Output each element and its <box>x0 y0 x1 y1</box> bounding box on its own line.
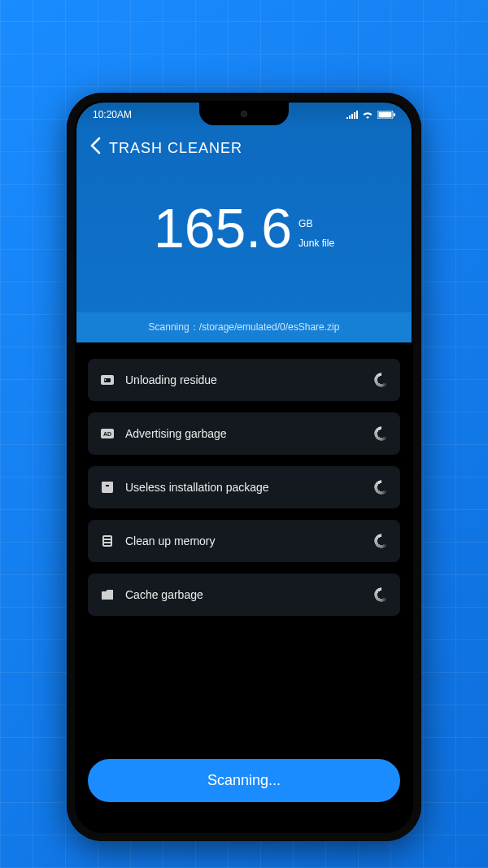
scanning-button-label: Scanning... <box>207 772 281 788</box>
cache-icon <box>99 587 115 603</box>
list-item[interactable]: Useless installation package <box>88 466 400 508</box>
list-item[interactable]: AD Advertising garbage <box>88 412 400 455</box>
scan-prefix: Scanning： <box>149 321 199 333</box>
unload-icon <box>99 372 115 388</box>
package-icon <box>99 479 115 495</box>
svg-text:AD: AD <box>103 431 111 437</box>
list-item-label: Unloading residue <box>125 373 364 386</box>
svg-rect-1 <box>379 112 392 118</box>
header: TRASH CLEANER 165.6 GB Junk file Scannin… <box>76 127 412 342</box>
battery-icon <box>377 111 395 119</box>
notch <box>199 103 289 125</box>
list-item[interactable]: Clean up memory <box>88 520 400 562</box>
list-item-label: Useless installation package <box>125 481 364 494</box>
list-item[interactable]: Cache garbage <box>88 574 400 616</box>
back-button[interactable] <box>89 137 101 159</box>
list-item-label: Advertising garbage <box>125 427 364 440</box>
clock: 10:20AM <box>93 109 132 120</box>
list-item-label: Clean up memory <box>125 534 364 547</box>
list-item-label: Cache garbage <box>125 588 364 601</box>
list-item[interactable]: Unloading residue <box>88 359 400 401</box>
spinner-icon <box>374 480 389 495</box>
junk-size-value: 165.6 <box>154 200 292 255</box>
scan-list: Unloading residue AD Advertising garbage… <box>76 342 412 643</box>
svg-rect-13 <box>104 540 111 542</box>
svg-rect-12 <box>104 537 111 539</box>
svg-rect-14 <box>104 543 111 545</box>
scan-path: /storage/emulated/0/esShare.zip <box>199 321 340 333</box>
wifi-icon <box>362 111 373 119</box>
scanning-button[interactable]: Scanning... <box>88 759 400 802</box>
scan-path-bar: Scanning：/storage/emulated/0/esShare.zip <box>76 312 412 342</box>
phone-screen: 10:20AM TRASH CLEANER <box>76 103 412 831</box>
svg-rect-9 <box>102 482 113 485</box>
junk-size-display: 165.6 GB Junk file <box>76 176 412 312</box>
spinner-icon <box>374 426 389 441</box>
junk-size-unit: GB <box>298 218 334 229</box>
svg-point-5 <box>105 379 107 381</box>
signal-icon <box>346 111 358 119</box>
spinner-icon <box>374 534 389 548</box>
spinner-icon <box>374 587 389 602</box>
phone-frame: 10:20AM TRASH CLEANER <box>67 93 421 841</box>
memory-icon <box>99 533 115 549</box>
junk-size-label: Junk file <box>298 238 334 249</box>
page-title: TRASH CLEANER <box>109 140 242 157</box>
svg-rect-10 <box>106 485 109 486</box>
svg-rect-2 <box>394 113 395 116</box>
ad-icon: AD <box>99 425 115 442</box>
spinner-icon <box>374 373 389 387</box>
